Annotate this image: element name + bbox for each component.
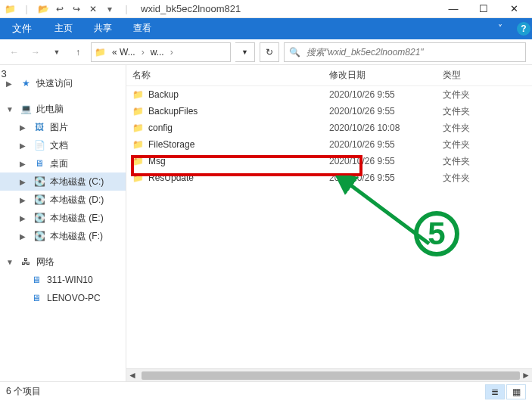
maximize-button[interactable]: ☐ xyxy=(468,0,499,18)
delete-icon[interactable]: ✕ xyxy=(86,2,100,16)
file-row[interactable]: 📁FileStorage2020/10/26 9:55文件夹 xyxy=(126,136,532,153)
file-type: 文件夹 xyxy=(443,122,532,135)
file-date: 2020/10/26 9:55 xyxy=(329,172,443,183)
up-button[interactable]: ↑ xyxy=(70,44,86,61)
scroll-left-icon[interactable]: ◄ xyxy=(126,370,138,381)
file-name: FileStorage xyxy=(148,139,194,150)
nav-drive-d[interactable]: ▶ 💽 本地磁盘 (D:) xyxy=(0,191,126,209)
address-bar[interactable]: 📁 « W... › w... › xyxy=(91,42,231,62)
help-icon[interactable]: ? xyxy=(517,22,530,36)
drive-icon: 💽 xyxy=(33,194,45,206)
file-row[interactable]: 📁Backup2020/10/26 9:55文件夹 xyxy=(126,86,532,103)
view-icons-button[interactable]: ▦ xyxy=(506,384,526,399)
network-icon: 🖧 xyxy=(20,256,32,268)
computer-icon: 💻 xyxy=(20,103,32,115)
chevron-right-icon[interactable]: ▶ xyxy=(6,79,14,88)
chevron-right-icon[interactable]: ▶ xyxy=(20,232,27,241)
back-button[interactable]: ← xyxy=(6,44,23,61)
qat-separator: | xyxy=(20,2,33,16)
chevron-down-icon[interactable]: ▼ xyxy=(6,258,14,266)
tab-share[interactable]: 共享 xyxy=(83,18,123,39)
search-box[interactable]: 🔍 xyxy=(284,42,526,62)
chevron-right-icon[interactable]: ▶ xyxy=(20,214,27,222)
nav-documents[interactable]: ▶ 📄 文档 xyxy=(0,136,126,154)
folder-icon: 📁 xyxy=(132,123,144,133)
chevron-right-icon[interactable]: ▶ xyxy=(20,160,27,168)
folder-icon: 📁 xyxy=(132,106,144,117)
recent-dropdown-icon[interactable]: ▼ xyxy=(48,44,65,61)
file-date: 2020/10/26 9:55 xyxy=(329,156,443,166)
nav-pictures[interactable]: ▶ 🖼 图片 xyxy=(0,118,126,136)
content-pane: 名称 修改日期 类型 📁Backup2020/10/26 9:55文件夹📁Bac… xyxy=(126,65,532,381)
chevron-right-icon[interactable]: ▶ xyxy=(20,123,27,132)
nav-desktop-label: 桌面 xyxy=(50,157,68,170)
title-bar: 📁 | 📂 ↩ ↪ ✕ ▾ | wxid_bk5ec2lnoom821 — ☐ … xyxy=(0,0,532,18)
close-button[interactable]: ✕ xyxy=(499,0,529,18)
folder-icon: 📁 xyxy=(132,172,144,183)
chevron-right-icon[interactable]: ▶ xyxy=(20,196,27,204)
annotation-arrow xyxy=(323,176,444,266)
breadcrumb-1[interactable]: « W... xyxy=(109,47,138,57)
nav-network[interactable]: ▼ 🖧 网络 xyxy=(0,253,126,271)
nav-drive-e[interactable]: ▶ 💽 本地磁盘 (E:) xyxy=(0,209,126,227)
col-name[interactable]: 名称 xyxy=(132,69,329,82)
drive-icon: 💽 xyxy=(33,212,45,224)
nav-net-host-2[interactable]: 🖥 LENOVO-PC xyxy=(0,289,126,307)
ribbon-expand-icon[interactable]: ˅ xyxy=(490,18,511,39)
breadcrumb-2[interactable]: w... xyxy=(148,47,167,57)
chevron-right-icon[interactable]: ▶ xyxy=(20,141,27,150)
file-row[interactable]: 📁ResUpdate2020/10/26 9:55文件夹 xyxy=(126,169,532,186)
folder-icon: 📁 xyxy=(132,156,144,166)
forward-button[interactable]: → xyxy=(27,44,44,61)
file-type: 文件夹 xyxy=(443,105,532,118)
qat-open-icon[interactable]: 📂 xyxy=(36,2,50,16)
nav-desktop[interactable]: ▶ 🖥 桌面 xyxy=(0,154,126,172)
star-icon: ★ xyxy=(20,77,32,89)
tab-view[interactable]: 查看 xyxy=(123,18,162,39)
drive-icon: 💽 xyxy=(33,176,45,188)
breadcrumb-sep-2: › xyxy=(170,47,173,57)
file-row[interactable]: 📁BackupFiles2020/10/26 9:55文件夹 xyxy=(126,103,532,120)
chevron-right-icon[interactable]: ▶ xyxy=(20,178,27,186)
col-type[interactable]: 类型 xyxy=(443,69,532,82)
pictures-icon: 🖼 xyxy=(33,121,45,133)
tab-home[interactable]: 主页 xyxy=(44,18,83,39)
nav-drive-f[interactable]: ▶ 💽 本地磁盘 (F:) xyxy=(0,227,126,245)
redo-icon[interactable]: ↪ xyxy=(70,2,83,16)
nav-drive-c-label: 本地磁盘 (C:) xyxy=(50,176,104,188)
refresh-button[interactable]: ↻ xyxy=(260,42,279,62)
address-dropdown-icon[interactable]: ▼ xyxy=(235,42,255,62)
file-row[interactable]: 📁Msg2020/10/26 9:55文件夹 xyxy=(126,153,532,169)
file-name: BackupFiles xyxy=(148,106,198,117)
file-type: 文件夹 xyxy=(443,138,532,151)
nav-drive-f-label: 本地磁盘 (F:) xyxy=(50,230,103,243)
nav-this-pc[interactable]: ▼ 💻 此电脑 xyxy=(0,100,126,118)
nav-drive-c[interactable]: ▶ 💽 本地磁盘 (C:) xyxy=(0,172,126,191)
qat-separator2: | xyxy=(120,2,133,16)
col-date[interactable]: 修改日期 xyxy=(329,69,443,82)
view-details-button[interactable]: ≣ xyxy=(485,384,505,399)
nav-documents-label: 文档 xyxy=(50,139,68,152)
search-icon: 🔍 xyxy=(289,47,300,57)
annotation-step-badge: 5 xyxy=(414,211,459,256)
minimize-button[interactable]: — xyxy=(438,0,468,18)
nav-quick-access[interactable]: ▶ ★ 快速访问 xyxy=(0,74,126,92)
scroll-right-icon[interactable]: ► xyxy=(520,370,532,381)
tab-file[interactable]: 文件 xyxy=(0,18,44,39)
horizontal-scrollbar[interactable]: ◄ ► xyxy=(126,368,532,381)
chevron-down-icon[interactable]: ▼ xyxy=(6,105,14,113)
nav-tree: ▶ ★ 快速访问 ▼ 💻 此电脑 ▶ 🖼 图片 ▶ 📄 文档 ▶ 🖥 桌面 ▶ … xyxy=(0,65,126,381)
file-date: 2020/10/26 10:08 xyxy=(329,123,443,133)
scroll-thumb[interactable] xyxy=(142,371,520,380)
undo-icon[interactable]: ↩ xyxy=(53,2,67,16)
qat-dropdown-icon[interactable]: ▾ xyxy=(103,2,117,16)
desktop-icon: 🖥 xyxy=(33,157,45,169)
nav-net-host-1[interactable]: 🖥 311-WIN10 xyxy=(0,271,126,289)
column-headers: 名称 修改日期 类型 xyxy=(126,65,532,86)
file-date: 2020/10/26 9:55 xyxy=(329,106,443,117)
monitor-icon: 🖥 xyxy=(30,274,42,286)
search-input[interactable] xyxy=(305,46,521,58)
monitor-icon: 🖥 xyxy=(30,292,42,304)
drive-icon: 💽 xyxy=(33,230,45,242)
file-row[interactable]: 📁config2020/10/26 10:08文件夹 xyxy=(126,120,532,136)
